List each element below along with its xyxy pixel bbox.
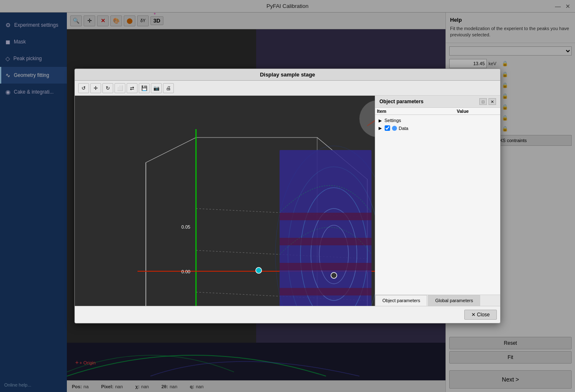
modal-title: Display sample stage <box>260 71 315 78</box>
data-color-dot <box>392 126 397 131</box>
modal-3d-view: 0.05 0.00 -0.05 0.00 -0.05 0.00 0.05 0.1… <box>75 96 375 306</box>
close-button[interactable]: ✕ Close <box>464 310 497 320</box>
modal-rotate-button[interactable]: ↺ <box>78 83 89 93</box>
tab-global-parameters[interactable]: Global parameters <box>428 295 480 306</box>
modal-title-bar: Display sample stage <box>75 69 500 81</box>
tab-object-parameters[interactable]: Object parameters <box>375 295 427 306</box>
modal-3d-svg: 0.05 0.00 -0.05 0.00 -0.05 0.00 0.05 0.1… <box>75 96 375 306</box>
modal-print-button[interactable]: 🖨 <box>163 83 174 93</box>
object-parameters-header: Object parameters □ ✕ <box>375 96 500 108</box>
svg-point-32 <box>256 267 262 273</box>
data-checkbox[interactable] <box>384 125 390 131</box>
obj-params-btn1[interactable]: □ <box>479 98 487 105</box>
obj-params-controls: □ ✕ <box>479 98 496 105</box>
modal-overlay: Display sample stage ↺ ✛ ↻ ⬜ ⇄ 💾 📷 🖨 <box>0 0 575 392</box>
settings-label: Settings <box>384 118 497 123</box>
obj-params-column-headers: Item Value <box>375 108 500 115</box>
modal-roll-button[interactable]: ↻ <box>102 83 113 93</box>
svg-rect-27 <box>280 213 371 220</box>
svg-text:0.00: 0.00 <box>181 269 190 274</box>
svg-rect-30 <box>280 288 371 295</box>
modal-content: 0.05 0.00 -0.05 0.00 -0.05 0.00 0.05 0.1… <box>75 96 500 306</box>
data-row[interactable]: ▶ Data <box>377 124 499 132</box>
modal-box-button[interactable]: ⬜ <box>114 83 125 93</box>
obj-params-table: ▶ Settings ▶ Data <box>375 115 500 295</box>
svg-point-33 <box>331 272 337 278</box>
modal-save-button[interactable]: 💾 <box>139 83 150 93</box>
modal-camera-button[interactable]: 📷 <box>151 83 162 93</box>
modal-bottom-tabs: Object parameters Global parameters <box>375 295 500 306</box>
svg-rect-28 <box>280 238 371 245</box>
obj-params-btn2[interactable]: ✕ <box>488 98 496 105</box>
modal-right-panel: Object parameters □ ✕ Item Value ▶ Setti… <box>375 96 500 306</box>
settings-row[interactable]: ▶ Settings <box>377 117 499 124</box>
svg-rect-29 <box>280 263 371 270</box>
svg-rect-21 <box>280 150 371 306</box>
data-label: Data <box>399 126 497 131</box>
modal-arrows-button[interactable]: ⇄ <box>127 83 137 93</box>
obj-params-title: Object parameters <box>379 99 423 104</box>
modal-toolbar: ↺ ✛ ↻ ⬜ ⇄ 💾 📷 🖨 <box>75 81 500 96</box>
display-sample-stage-modal: Display sample stage ↺ ✛ ↻ ⬜ ⇄ 💾 📷 🖨 <box>74 69 501 323</box>
col-header-value: Value <box>457 109 499 114</box>
col-header-item: Item <box>377 109 457 114</box>
data-expand-icon[interactable]: ▶ <box>379 126 384 130</box>
svg-text:0.05: 0.05 <box>181 224 190 229</box>
settings-expand-icon[interactable]: ▶ <box>379 118 384 123</box>
modal-pan-button[interactable]: ✛ <box>90 83 101 93</box>
modal-footer: ✕ Close <box>75 306 500 323</box>
